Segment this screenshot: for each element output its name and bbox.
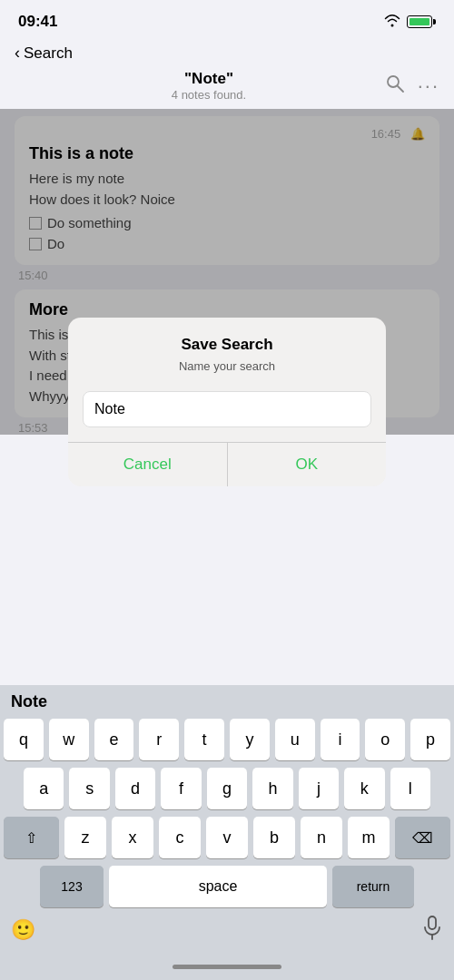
key-m[interactable]: m xyxy=(348,817,390,858)
dialog-actions: Cancel OK xyxy=(68,442,386,486)
battery-icon xyxy=(407,15,436,28)
svg-rect-2 xyxy=(429,916,436,929)
return-key[interactable]: return xyxy=(332,866,414,907)
svg-line-1 xyxy=(398,86,403,92)
wifi-icon xyxy=(383,13,401,32)
key-n[interactable]: n xyxy=(301,817,342,858)
key-l[interactable]: l xyxy=(390,768,430,809)
status-bar: 09:41 xyxy=(0,0,454,40)
dialog-title: Save Search xyxy=(86,336,368,354)
search-results-title: "Note" xyxy=(51,70,367,88)
home-indicator xyxy=(4,953,450,980)
search-icon[interactable] xyxy=(385,74,405,99)
microphone-icon[interactable] xyxy=(421,915,443,946)
svg-point-0 xyxy=(388,76,399,87)
search-header-center: "Note" 4 notes found. xyxy=(51,70,367,102)
home-bar xyxy=(173,965,281,969)
key-w[interactable]: w xyxy=(49,719,89,760)
more-options-icon[interactable]: ··· xyxy=(418,74,439,98)
key-u[interactable]: u xyxy=(275,719,315,760)
search-results-count: 4 notes found. xyxy=(51,88,367,102)
space-key[interactable]: space xyxy=(109,866,327,907)
keyboard-row-4: 123 space return xyxy=(4,866,450,907)
keyboard-row-2: a s d f g h j k l xyxy=(4,768,450,809)
status-time: 09:41 xyxy=(18,13,57,31)
key-q[interactable]: q xyxy=(4,719,44,760)
numbers-key[interactable]: 123 xyxy=(40,866,104,907)
keyboard: Note q w e r t y u i o p a s d f g h j k… xyxy=(0,685,454,980)
key-e[interactable]: e xyxy=(94,719,134,760)
search-header-right: ··· xyxy=(367,74,439,99)
emoji-icon[interactable]: 🙂 xyxy=(11,918,35,942)
shift-key[interactable]: ⇧ xyxy=(4,817,59,858)
dialog-input-wrap xyxy=(68,391,386,427)
key-v[interactable]: v xyxy=(206,817,248,858)
dialog-header: Save Search Name your search xyxy=(68,318,386,391)
key-z[interactable]: z xyxy=(64,817,106,858)
key-p[interactable]: p xyxy=(410,719,450,760)
keyboard-row-3: ⇧ z x c v b n m ⌫ xyxy=(4,817,450,858)
save-search-dialog: Save Search Name your search Cancel OK xyxy=(68,318,386,486)
keyboard-bottom-row: 🙂 xyxy=(4,915,450,953)
key-f[interactable]: f xyxy=(161,768,201,809)
key-j[interactable]: j xyxy=(299,768,339,809)
key-b[interactable]: b xyxy=(253,817,295,858)
key-k[interactable]: k xyxy=(344,768,384,809)
key-r[interactable]: r xyxy=(139,719,179,760)
key-c[interactable]: c xyxy=(159,817,201,858)
key-y[interactable]: y xyxy=(230,719,270,760)
key-x[interactable]: x xyxy=(112,817,153,858)
key-g[interactable]: g xyxy=(207,768,247,809)
back-arrow-icon: ‹ xyxy=(15,44,20,63)
key-h[interactable]: h xyxy=(252,768,292,809)
keyboard-row-1: q w e r t y u i o p xyxy=(4,719,450,760)
cancel-button[interactable]: Cancel xyxy=(68,443,228,486)
key-s[interactable]: s xyxy=(69,768,109,809)
ok-button[interactable]: OK xyxy=(228,443,387,486)
key-o[interactable]: o xyxy=(365,719,405,760)
back-label: Search xyxy=(24,44,73,63)
key-t[interactable]: t xyxy=(184,719,224,760)
key-d[interactable]: d xyxy=(115,768,155,809)
dialog-subtitle: Name your search xyxy=(86,359,368,373)
keyboard-suggestion: Note xyxy=(4,692,450,719)
back-nav[interactable]: ‹ Search xyxy=(0,40,454,63)
status-icons xyxy=(383,13,436,32)
key-a[interactable]: a xyxy=(24,768,64,809)
search-name-input[interactable] xyxy=(83,391,371,427)
key-i[interactable]: i xyxy=(321,719,360,760)
delete-key[interactable]: ⌫ xyxy=(395,817,450,858)
search-header: "Note" 4 notes found. ··· xyxy=(0,63,454,109)
